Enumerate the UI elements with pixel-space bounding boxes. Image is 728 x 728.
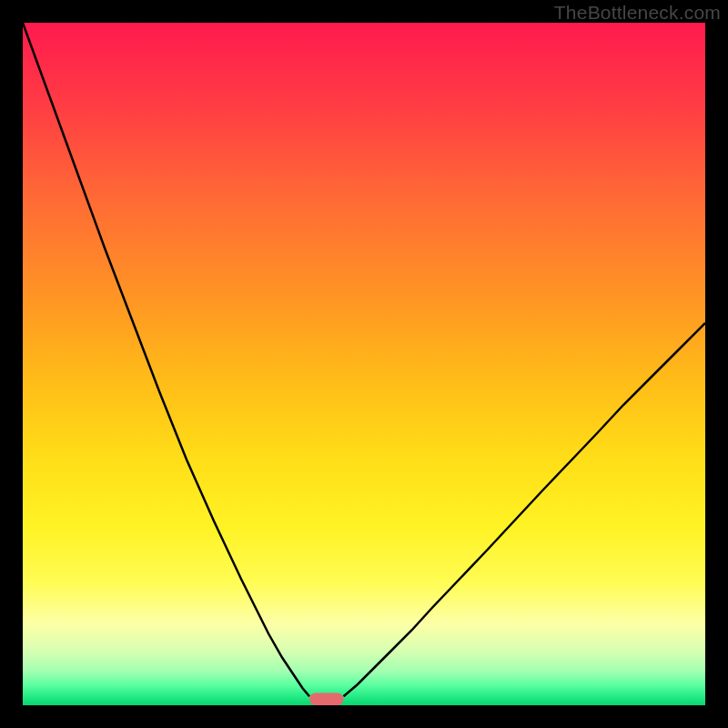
chart-frame: TheBottleneck.com — [0, 0, 728, 728]
chart-svg — [23, 23, 705, 705]
background-rect — [23, 23, 705, 705]
watermark-text: TheBottleneck.com — [554, 2, 721, 24]
chart-plot-area — [23, 23, 705, 705]
marker-group — [309, 693, 344, 706]
bottom-marker — [309, 693, 344, 706]
